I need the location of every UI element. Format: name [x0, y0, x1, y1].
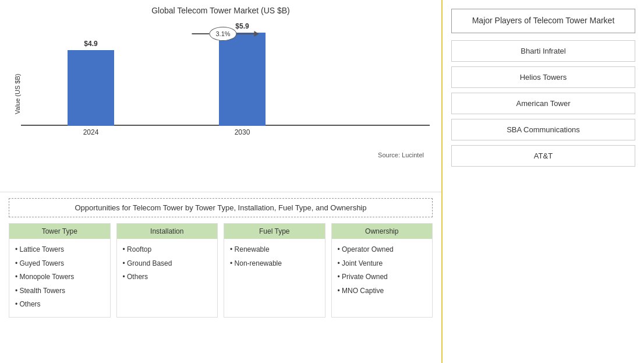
opp-item: • Operator Owned — [338, 244, 427, 256]
source-label: Source: Lucintel — [12, 151, 430, 158]
opp-col-header-tower-type: Tower Type — [9, 224, 110, 239]
cagr-annotation: 3.1% — [192, 27, 259, 41]
player-helios-towers: Helios Towers — [451, 66, 635, 88]
opp-item: • Stealth Towers — [15, 285, 104, 298]
chart-wrapper: Value (US $B) 3.1% $4.9$5.9 20242030 — [12, 21, 430, 149]
player-american-tower: American Tower — [451, 93, 635, 114]
opp-item: • Private Owned — [338, 271, 427, 284]
right-panel: Major Players of Telecom Tower Market Bh… — [443, 0, 644, 363]
opp-item: • Lattice Towers — [15, 244, 104, 256]
opportunities-header: Opportunities for Telecom Tower by Tower… — [9, 198, 433, 217]
opp-item: • Monopole Towers — [15, 271, 104, 284]
opportunities-section: Opportunities for Telecom Tower by Tower… — [0, 192, 441, 363]
y-axis-label: Value (US $B) — [12, 21, 21, 149]
chart-section: Global Telecom Tower Market (US $B) Valu… — [0, 0, 441, 192]
opp-item: • MNO Captive — [338, 285, 427, 298]
cagr-bubble: 3.1% — [209, 27, 236, 41]
opp-col-body-tower-type: • Lattice Towers• Guyed Towers• Monopole… — [9, 239, 110, 317]
opp-item: • Renewable — [230, 244, 319, 256]
opp-col-header-installation: Installation — [117, 224, 218, 239]
main-container: Global Telecom Tower Market (US $B) Valu… — [0, 0, 644, 363]
chart-title: Global Telecom Tower Market (US $B) — [12, 6, 430, 15]
opp-col-tower-type: Tower Type• Lattice Towers• Guyed Towers… — [9, 223, 111, 318]
opp-item: • Non-renewable — [230, 258, 319, 270]
arrow-right-line — [237, 33, 254, 34]
major-players-title: Major Players of Telecom Tower Market — [451, 9, 635, 33]
player-sba-communications: SBA Communications — [451, 119, 635, 140]
player-bharti-infratel: Bharti Infratel — [451, 40, 635, 62]
opp-col-body-ownership: • Operator Owned• Joint Venture• Private… — [332, 239, 433, 303]
opp-col-ownership: Ownership• Operator Owned• Joint Venture… — [331, 223, 433, 318]
bar-value-2024: $4.9 — [68, 40, 114, 48]
opp-col-fuel-type: Fuel Type• Renewable• Non-renewable — [224, 223, 325, 318]
opp-item: • Others — [123, 271, 212, 284]
opp-item: • Ground Based — [123, 258, 212, 270]
opp-col-body-fuel-type: • Renewable• Non-renewable — [224, 239, 325, 276]
x-axis-labels: 20242030 — [21, 128, 430, 136]
x-label-2030: 2030 — [219, 128, 266, 136]
bar-2024 — [68, 50, 114, 126]
left-panel: Global Telecom Tower Market (US $B) Valu… — [0, 0, 443, 363]
opp-col-installation: Installation• Rooftop• Ground Based• Oth… — [116, 223, 218, 318]
opp-item: • Joint Venture — [338, 258, 427, 270]
players-list: Bharti InfratelHelios TowersAmerican Tow… — [451, 40, 635, 167]
player-at&t: AT&T — [451, 145, 635, 167]
opp-item: • Guyed Towers — [15, 258, 104, 270]
opp-item: • Rooftop — [123, 244, 212, 256]
opportunities-columns: Tower Type• Lattice Towers• Guyed Towers… — [9, 223, 433, 318]
bars-and-axis: 3.1% $4.9$5.9 20242030 — [21, 21, 430, 149]
opp-col-header-ownership: Ownership — [332, 224, 433, 239]
opp-col-header-fuel-type: Fuel Type — [224, 224, 325, 239]
arrow-left-line — [192, 33, 209, 34]
opp-col-body-installation: • Rooftop• Ground Based• Others — [117, 239, 218, 290]
arrow-head — [254, 31, 259, 37]
bar-2030 — [219, 33, 266, 126]
opp-item: • Others — [15, 298, 104, 311]
x-label-2024: 2024 — [68, 128, 114, 136]
